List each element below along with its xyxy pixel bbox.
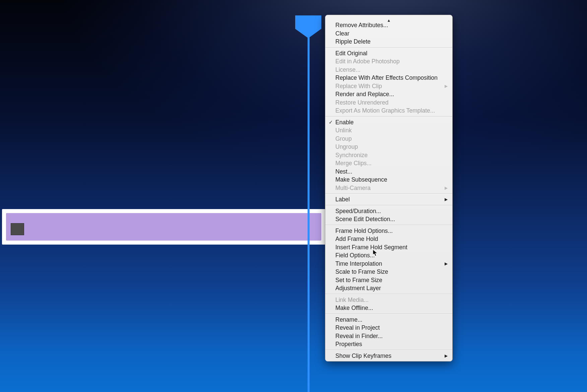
menu-item-ripple-delete[interactable]: Ripple Delete [325, 38, 452, 46]
menu-item-label: Show Clip Keyframes [335, 352, 391, 360]
menu-item-label: Field Options... [335, 251, 375, 259]
program-monitor-background [0, 0, 587, 392]
menu-item-label: Label [335, 195, 350, 203]
menu-item-label: Insert Frame Hold Segment [335, 243, 407, 251]
menu-item-label: Enable [335, 118, 354, 126]
submenu-arrow-icon: ▶ [445, 195, 448, 203]
menu-separator [325, 205, 452, 206]
menu-item-label: Scale to Frame Size [335, 268, 388, 276]
menu-item-label: License... [335, 66, 361, 74]
menu-item-adjustment-layer[interactable]: Adjustment Layer [325, 284, 452, 292]
menu-item-label: Adjustment Layer [335, 284, 381, 292]
menu-item-render-replace[interactable]: Render and Replace... [325, 90, 452, 99]
menu-separator [325, 225, 452, 225]
menu-item-label: Properties [335, 340, 362, 348]
menu-separator [325, 47, 452, 48]
submenu-arrow-icon: ▶ [445, 352, 448, 360]
menu-item-unlink: Unlink [325, 126, 452, 135]
menu-item-license: License... [325, 66, 452, 74]
menu-item-label: Group [335, 135, 352, 143]
menu-item-label: Scene Edit Detection... [335, 215, 395, 223]
menu-item-label: Merge Clips... [335, 159, 372, 167]
playhead-line[interactable] [308, 33, 310, 392]
menu-item-label: Edit Original [335, 49, 367, 57]
menu-item-group: Group [325, 135, 452, 143]
menu-separator [325, 193, 452, 194]
menu-item-label: Frame Hold Options... [335, 227, 393, 235]
menu-item-label: Rename... [335, 316, 363, 324]
menu-item-nest[interactable]: Nest... [325, 168, 452, 176]
menu-item-edit-original[interactable]: Edit Original [325, 49, 452, 58]
menu-item-label: Time Interpolation [335, 260, 382, 268]
menu-item-add-frame-hold[interactable]: Add Frame Hold [325, 235, 452, 243]
menu-item-make-subseq[interactable]: Make Subsequence [325, 176, 452, 184]
menu-item-label: Synchronize [335, 151, 368, 159]
menu-item-reveal-finder[interactable]: Reveal in Finder... [325, 332, 452, 340]
menu-item-label: Speed/Duration... [335, 207, 381, 215]
menu-item-label: Set to Frame Size [335, 276, 382, 284]
menu-item-reveal-project[interactable]: Reveal in Project [325, 324, 452, 332]
clip-thumbnail [11, 223, 24, 235]
menu-item-remove-attributes[interactable]: Remove Attributes... [325, 21, 452, 29]
menu-item-label: Nest... [335, 168, 352, 176]
menu-separator [325, 294, 452, 295]
menu-item-field-options[interactable]: Field Options... [325, 251, 452, 260]
submenu-arrow-icon: ▶ [445, 82, 448, 90]
menu-item-insert-frame-hold-seg[interactable]: Insert Frame Hold Segment [325, 243, 452, 252]
clip-context-menu: ▲ Remove Attributes...ClearRipple Delete… [325, 15, 453, 362]
checkmark-icon: ✓ [329, 118, 333, 126]
menu-item-label: Reveal in Finder... [335, 332, 383, 340]
menu-item-label: Reveal in Project [335, 324, 380, 332]
menu-item-label: Remove Attributes... [335, 21, 388, 29]
menu-item-ungroup: Ungroup [325, 143, 452, 151]
menu-item-label: Make Subsequence [335, 176, 387, 184]
menu-item-label: Export As Motion Graphics Template... [335, 107, 435, 115]
menu-item-properties[interactable]: Properties [325, 340, 452, 348]
menu-item-label: Make Offline... [335, 304, 373, 312]
timeline-clip[interactable] [6, 213, 321, 241]
menu-item-label: Clear [335, 29, 349, 38]
menu-scroll-up-icon[interactable]: ▲ [325, 16, 452, 21]
menu-item-label: Render and Replace... [335, 90, 394, 98]
menu-item-replace-ae[interactable]: Replace With After Effects Composition [325, 74, 452, 82]
playhead-head[interactable] [295, 15, 322, 35]
menu-separator [325, 314, 452, 314]
menu-item-label: Multi-Camera [335, 184, 371, 192]
menu-item-clear[interactable]: Clear [325, 29, 452, 38]
menu-item-label[interactable]: Label▶ [325, 195, 452, 204]
menu-item-scale-to-frame[interactable]: Scale to Frame Size [325, 268, 452, 276]
menu-item-label: Ripple Delete [335, 38, 371, 46]
menu-item-enable[interactable]: ✓Enable [325, 118, 452, 127]
menu-item-frame-hold-options[interactable]: Frame Hold Options... [325, 227, 452, 235]
menu-item-show-clip-keyframes[interactable]: Show Clip Keyframes▶ [325, 352, 452, 360]
menu-item-set-to-frame[interactable]: Set to Frame Size [325, 276, 452, 284]
menu-item-rename[interactable]: Rename... [325, 316, 452, 324]
menu-item-label: Ungroup [335, 143, 358, 151]
menu-item-replace-clip: Replace With Clip▶ [325, 82, 452, 90]
menu-item-label: Restore Unrendered [335, 99, 389, 107]
submenu-arrow-icon: ▶ [445, 260, 448, 268]
menu-separator [325, 116, 452, 117]
menu-item-label: Add Frame Hold [335, 235, 378, 243]
menu-item-label: Unlink [335, 126, 352, 134]
menu-item-link-media: Link Media... [325, 296, 452, 304]
menu-item-label: Link Media... [335, 296, 369, 304]
menu-item-multi-camera: Multi-Camera▶ [325, 184, 452, 192]
menu-item-restore-unrendered: Restore Unrendered [325, 99, 452, 107]
menu-item-label: Edit in Adobe Photoshop [335, 57, 400, 65]
menu-separator [325, 350, 452, 350]
menu-item-label: Replace With Clip [335, 82, 382, 90]
menu-item-speed-duration[interactable]: Speed/Duration... [325, 207, 452, 215]
menu-item-scene-edit-detect[interactable]: Scene Edit Detection... [325, 215, 452, 223]
submenu-arrow-icon: ▶ [445, 184, 448, 192]
menu-item-label: Replace With After Effects Composition [335, 74, 438, 82]
menu-item-time-interpolation[interactable]: Time Interpolation▶ [325, 260, 452, 268]
menu-item-synchronize: Synchronize [325, 151, 452, 159]
menu-item-edit-in-photoshop: Edit in Adobe Photoshop [325, 57, 452, 66]
menu-item-export-mogrt: Export As Motion Graphics Template... [325, 107, 452, 115]
menu-item-make-offline[interactable]: Make Offline... [325, 304, 452, 312]
menu-item-merge-clips: Merge Clips... [325, 159, 452, 168]
